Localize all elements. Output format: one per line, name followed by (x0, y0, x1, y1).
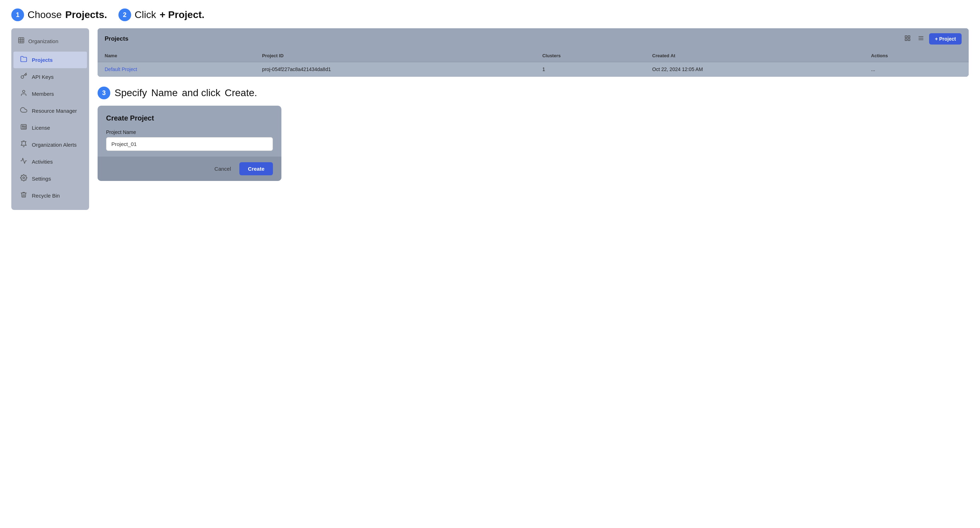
step2-prefix: Click (135, 9, 156, 21)
members-icon (20, 89, 27, 98)
projects-table: Name Project ID Clusters Created At Acti… (97, 49, 969, 77)
api-keys-label: API Keys (32, 74, 54, 80)
col-name: Name (97, 49, 255, 62)
resource-manager-label: Resource Manager (32, 108, 77, 114)
content-area: Projects + Project (97, 28, 969, 181)
key-icon (20, 72, 27, 81)
projects-label: Projects (32, 57, 52, 63)
svg-rect-0 (19, 38, 24, 43)
step3-bold2: Create. (224, 87, 257, 99)
row-project-id: proj-054f227ac8a421434da8d1 (255, 62, 535, 77)
org-alerts-label: Organization Alerts (32, 142, 77, 148)
activities-icon (20, 157, 27, 166)
row-clusters: 1 (535, 62, 645, 77)
sidebar-item-activities[interactable]: Activities (13, 153, 87, 170)
step3-bold: Name (151, 87, 178, 99)
col-clusters: Clusters (535, 49, 645, 62)
step2-bold: + Project. (159, 9, 204, 21)
activities-label: Activities (32, 159, 52, 165)
sidebar-item-recycle-bin[interactable]: Recycle Bin (13, 187, 87, 204)
step3-label: 3 Specify Name and click Create. (97, 87, 969, 99)
step1-circle: 1 (11, 8, 24, 21)
svg-rect-18 (905, 38, 907, 40)
projects-panel-title: Projects (105, 35, 128, 42)
sidebar-item-license[interactable]: License (13, 119, 87, 136)
sidebar: Organization Projects API Keys (11, 28, 89, 210)
step1-bold: Projects. (65, 9, 107, 21)
sidebar-item-org-alerts[interactable]: Organization Alerts (13, 137, 87, 153)
modal-title: Create Project (106, 114, 273, 122)
settings-label: Settings (32, 176, 51, 182)
sidebar-item-settings[interactable]: Settings (13, 170, 87, 187)
svg-rect-19 (908, 38, 910, 40)
svg-point-15 (23, 177, 25, 179)
sidebar-item-projects[interactable]: Projects (13, 52, 87, 68)
row-created-at: Oct 22, 2024 12:05 AM (645, 62, 864, 77)
col-actions: Actions (864, 49, 969, 62)
step3-prefix: Specify (115, 87, 147, 99)
step1-label: 1 Choose Projects. (11, 8, 107, 21)
step2-circle: 2 (118, 8, 131, 21)
svg-line-13 (21, 142, 22, 142)
sidebar-org: Organization (11, 34, 89, 51)
cloud-icon (20, 107, 27, 115)
sidebar-item-api-keys[interactable]: API Keys (13, 68, 87, 85)
table-row: Default Project proj-054f227ac8a421434da… (97, 62, 969, 77)
settings-icon (20, 174, 27, 183)
step3-suffix: and click (182, 87, 221, 99)
svg-point-6 (22, 91, 25, 93)
trash-icon (20, 191, 27, 200)
org-icon (18, 37, 25, 46)
row-name[interactable]: Default Project (97, 62, 255, 77)
row-actions[interactable]: ... (864, 62, 969, 77)
create-project-modal: Create Project Project Name Cancel Creat… (97, 106, 282, 181)
modal-footer: Cancel Create (97, 157, 282, 181)
cancel-button[interactable]: Cancel (210, 163, 235, 175)
svg-point-8 (22, 126, 23, 127)
project-name-input[interactable] (106, 137, 273, 151)
steps-header: 1 Choose Projects. 2 Click + Project. (11, 8, 969, 21)
header-actions: + Project (902, 33, 962, 45)
step3-circle: 3 (97, 87, 110, 99)
license-label: License (32, 125, 50, 131)
alerts-icon (20, 140, 27, 149)
members-label: Members (32, 91, 54, 97)
recycle-bin-label: Recycle Bin (32, 192, 60, 199)
step1-prefix: Choose (27, 9, 62, 21)
folder-icon (20, 56, 27, 64)
list-view-button[interactable] (916, 33, 926, 45)
add-project-button[interactable]: + Project (929, 33, 962, 45)
main-layout: Organization Projects API Keys (11, 28, 969, 210)
org-label: Organization (28, 38, 58, 44)
modal-body: Create Project Project Name (97, 106, 282, 151)
col-created-at: Created At (645, 49, 864, 62)
license-icon (20, 123, 27, 132)
grid-view-button[interactable] (902, 33, 913, 45)
svg-rect-17 (908, 36, 910, 37)
step2-label: 2 Click + Project. (118, 8, 205, 21)
col-project-id: Project ID (255, 49, 535, 62)
project-name-label: Project Name (106, 129, 273, 135)
projects-panel: Projects + Project (97, 28, 969, 77)
projects-panel-header: Projects + Project (97, 28, 969, 49)
create-button[interactable]: Create (239, 162, 273, 175)
svg-line-14 (25, 142, 26, 142)
svg-rect-16 (905, 36, 907, 37)
sidebar-item-members[interactable]: Members (13, 86, 87, 102)
sidebar-item-resource-manager[interactable]: Resource Manager (13, 102, 87, 119)
svg-point-5 (21, 76, 24, 78)
form-group-project-name: Project Name (106, 129, 273, 151)
